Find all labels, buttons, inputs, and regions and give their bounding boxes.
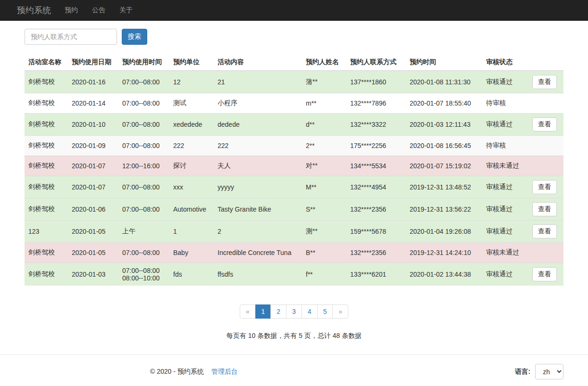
cell-status: 审核未通过: [482, 243, 529, 263]
view-button[interactable]: 查看: [532, 75, 557, 89]
cell-name: m**: [302, 93, 346, 114]
cell-booked-at: 2019-12-31 13:56:22: [406, 198, 482, 221]
cell-room: 剑桥驾校: [25, 156, 68, 176]
footer: © 2020 - 预约系统 管理后台 语言: zh: [0, 354, 588, 379]
cell-unit: 1: [169, 221, 214, 243]
cell-date: 2020-01-05: [68, 243, 118, 263]
cell-booked-at: 2020-01-07 18:55:40: [406, 93, 482, 114]
nav-item-announcement[interactable]: 公告: [85, 6, 112, 15]
cell-time: 07:00--08:00: [118, 93, 169, 114]
table-header-row: 活动室名称 预约使用日期 预约使用时间 预约单位 活动内容 预约人姓名 预约人联…: [25, 54, 563, 71]
col-header-content: 活动内容: [214, 54, 302, 71]
cell-name: S**: [302, 198, 346, 221]
col-header-booked-at: 预约时间: [406, 54, 482, 71]
cell-phone: 159****5678: [346, 221, 406, 243]
table-row: 剑桥驾校 2020-01-05 07:00--08:00 Baby Incred…: [25, 243, 563, 263]
cell-booked-at: 2020-01-03 12:11:43: [406, 114, 482, 136]
table-row: 剑桥驾校 2020-01-07 07:00--08:00 xxx yyyyy M…: [25, 176, 563, 198]
cell-time: 07:00--08:00: [118, 243, 169, 263]
pagination-page-5[interactable]: 5: [317, 304, 333, 319]
view-button[interactable]: 查看: [532, 202, 557, 216]
pagination-page-4[interactable]: 4: [302, 304, 318, 319]
cell-content: 222: [214, 136, 302, 156]
cell-content: yyyyy: [214, 176, 302, 198]
cell-content: Tasty Granite Bike: [214, 198, 302, 221]
pagination-page-1[interactable]: 1: [255, 304, 271, 319]
cell-booked-at: 2019-12-31 14:24:10: [406, 243, 482, 263]
cell-name: d**: [302, 114, 346, 136]
col-header-phone: 预约人联系方式: [346, 54, 406, 71]
cell-status: 审核通过: [482, 176, 529, 198]
cell-phone: 132****7896: [346, 93, 406, 114]
cell-phone: 133****6201: [346, 263, 406, 286]
cell-room: 剑桥驾校: [25, 114, 68, 136]
view-button[interactable]: 查看: [532, 224, 557, 238]
brand-link[interactable]: 预约系统: [17, 5, 51, 16]
view-button[interactable]: 查看: [532, 117, 557, 131]
view-button[interactable]: 查看: [532, 180, 557, 194]
view-button[interactable]: 查看: [532, 267, 557, 281]
cell-date: 2020-01-16: [68, 71, 118, 93]
table-row: 剑桥驾校 2020-01-10 07:00--08:00 xededede de…: [25, 114, 563, 136]
cell-room: 剑桥驾校: [25, 176, 68, 198]
cell-time: 07:00--08:00 08:00--10:00: [118, 263, 169, 286]
cell-date: 2020-01-05: [68, 221, 118, 243]
cell-content: 小程序: [214, 93, 302, 114]
cell-date: 2020-01-09: [68, 136, 118, 156]
cell-phone: 175****2256: [346, 136, 406, 156]
table-row: 剑桥驾校 2020-01-03 07:00--08:00 08:00--10:0…: [25, 263, 563, 286]
cell-booked-at: 2020-01-04 19:26:08: [406, 221, 482, 243]
col-header-time: 预约使用时间: [118, 54, 169, 71]
cell-room: 剑桥驾校: [25, 198, 68, 221]
copyright-text: © 2020 - 预约系统: [150, 368, 204, 376]
nav-item-booking[interactable]: 预约: [58, 6, 85, 15]
col-header-action: [529, 54, 563, 71]
time-line-2: 08:00--10:00: [122, 274, 166, 282]
cell-unit: Automotive: [169, 198, 214, 221]
cell-time: 07:00--08:00: [118, 114, 169, 136]
language-select[interactable]: zh: [535, 364, 563, 379]
cell-date: 2020-01-10: [68, 114, 118, 136]
cell-date: 2020-01-06: [68, 198, 118, 221]
cell-booked-at: 2020-01-02 13:44:38: [406, 263, 482, 286]
cell-name: f**: [302, 263, 346, 286]
search-button[interactable]: 搜索: [122, 29, 147, 45]
cell-unit: 12: [169, 71, 214, 93]
cell-content: Incredible Concrete Tuna: [214, 243, 302, 263]
time-line-1: 07:00--08:00: [122, 267, 166, 274]
cell-room: 剑桥驾校: [25, 263, 68, 286]
col-header-room: 活动室名称: [25, 54, 68, 71]
cell-time: 07:00--08:00: [118, 71, 169, 93]
cell-status: 审核通过: [482, 198, 529, 221]
language-switcher: 语言: zh: [515, 364, 563, 379]
cell-status: 审核通过: [482, 221, 529, 243]
col-header-name: 预约人姓名: [302, 54, 346, 71]
page-summary: 每页有 10 条数据，共有 5 页，总计 48 条数据: [25, 332, 563, 340]
pagination-page-3[interactable]: 3: [286, 304, 302, 319]
cell-room: 剑桥驾校: [25, 93, 68, 114]
pagination-next[interactable]: »: [332, 304, 348, 319]
search-bar: 搜索: [25, 29, 563, 45]
admin-backend-link[interactable]: 管理后台: [211, 368, 238, 376]
pagination: « 1 2 3 4 5 »: [25, 304, 563, 319]
cell-phone: 132****4954: [346, 176, 406, 198]
footer-copyright-block: © 2020 - 预约系统 管理后台: [150, 368, 238, 376]
nav-item-about[interactable]: 关于: [112, 6, 140, 15]
cell-status: 审核通过: [482, 114, 529, 136]
cell-date: 2020-01-03: [68, 263, 118, 286]
table-row: 剑桥驾校 2020-01-09 07:00--08:00 222 222 2**…: [25, 136, 563, 156]
cell-unit: 探讨: [169, 156, 214, 176]
top-navbar: 预约系统 预约 公告 关于: [0, 0, 588, 21]
cell-room: 剑桥驾校: [25, 71, 68, 93]
cell-time: 07:00--08:00: [118, 136, 169, 156]
cell-status: 审核通过: [482, 71, 529, 93]
pagination-prev[interactable]: «: [240, 304, 256, 319]
cell-phone: 134****5534: [346, 156, 406, 176]
search-input[interactable]: [25, 29, 117, 45]
cell-time: 07:00--08:00: [118, 198, 169, 221]
col-header-date: 预约使用日期: [68, 54, 118, 71]
cell-phone: 137****1860: [346, 71, 406, 93]
cell-content: 夫人: [214, 156, 302, 176]
pagination-page-2[interactable]: 2: [270, 304, 286, 319]
cell-name: M**: [302, 176, 346, 198]
